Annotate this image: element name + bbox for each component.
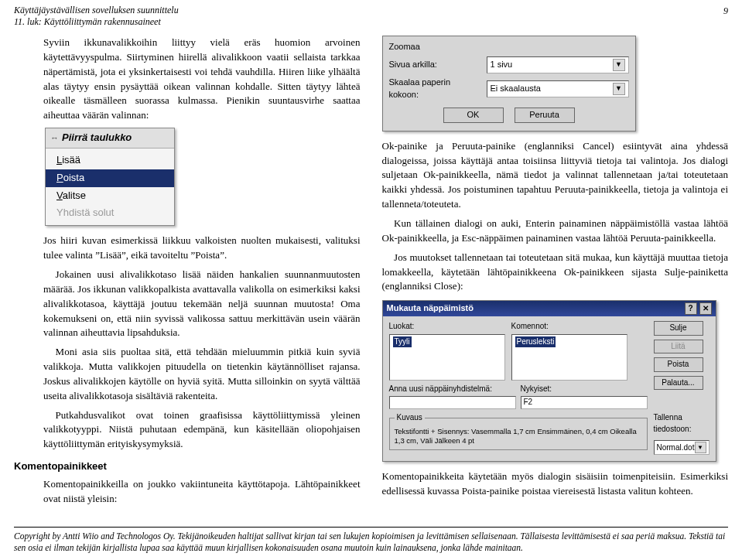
current-label: Nykyiset: [521,384,648,395]
zoom-pages-select[interactable]: 1 sivu ▼ [487,56,629,73]
col2-p2: Kun tällainen dialogi on auki, Enterin p… [382,217,729,246]
current-input[interactable]: F2 [521,396,648,409]
menu-title-row: ↔ Piirrä taulukko [46,128,174,149]
kuvaus-text: Tekstifontti + Sisennys: Vasemmalla 1,7 … [395,427,642,446]
ok-button[interactable]: OK [443,108,504,123]
page-footer: Copyright by Antti Wiio and Technologos … [14,527,728,554]
zoom-row1-label: Sivua arkilla: [389,59,482,71]
save-label: Tallenna tiedostoon: [654,412,710,435]
assign-label: Anna uusi näppäinyhdistelmä: [389,384,516,395]
col1-p1: Syviin ikkunavalikkoihin liittyy vielä e… [43,36,361,123]
left-column: Syviin ikkunavalikkoihin liittyy vielä e… [14,36,361,511]
kuvaus-legend: Kuvaus [395,412,425,424]
col1-p2: Jos hiiri kuvan esimerkissä liikkuu valk… [43,234,361,263]
peruuta-button[interactable]: Peruuta [515,108,575,123]
menu-item-poista[interactable]: Poista [46,169,174,187]
komennot-label: Komennot: [511,321,627,333]
heading-komentopainikkeet: Komentopainikkeet [14,459,361,474]
menu-item-valitse[interactable]: Valitse [46,187,174,205]
assign-input[interactable] [389,396,516,409]
col1-p3: Jokainen uusi alivalikkotaso lisää näide… [43,268,361,340]
header-title-2: 11. luk: Käyttöliittymän rakennusaineet [14,16,179,28]
menu-item-lisaa[interactable]: Lisää [46,152,174,169]
keyboard-dialog-figure: Mukauta näppäimistö ? ✕ Luokat: Tyyli [382,300,716,462]
chevron-down-icon: ▼ [613,83,625,95]
kbd-dialog-title: Mukauta näppäimistö [387,302,474,315]
right-column: Zoomaa Sivua arkilla: 1 sivu ▼ Skaalaa p… [382,36,729,511]
luokat-list[interactable]: Tyyli [389,334,505,381]
zoom-scale-select[interactable]: Ei skaalausta ▼ [487,80,629,97]
chevron-down-icon: ▼ [613,59,625,71]
zoom-dialog-figure: Zoomaa Sivua arkilla: 1 sivu ▼ Skaalaa p… [382,36,636,131]
col1-p5: Putkahdusvalikot ovat toinen graafisissa… [43,408,361,452]
chevron-down-icon: ▼ [695,442,706,453]
zoom-dialog-title: Zoomaa [389,41,629,53]
col2-p1: Ok-painike ja Peruuta-painike (englannik… [382,139,729,212]
col2-p3: Jos muutokset tallennetaan tai toteuteta… [382,251,729,295]
menu-cursor-icon: ↔ [50,132,59,145]
luokat-label: Luokat: [389,321,505,333]
col2-p4: Komentopainikkeita käytetään myös dialog… [382,470,729,499]
liita-button: Liitä [654,340,703,354]
page-number: 9 [723,5,728,28]
col1-p4: Moni asia siis puoltaa sitä, että tehdää… [43,345,361,403]
zoom-row2-label: Skaalaa paperin kokoon: [389,77,482,101]
palauta-button[interactable]: Palauta... [654,376,703,391]
col1-p6: Komentopainikkeilla on joukko vakiintune… [43,477,361,507]
menu-title-text: Piirrä taulukko [62,131,132,145]
page-header: Käyttäjäystävällisen sovelluksen suunnit… [14,5,728,28]
poista-button[interactable]: Poista [654,357,703,372]
help-icon[interactable]: ? [685,302,697,315]
close-icon[interactable]: ✕ [699,302,712,315]
menu-item-yhdista: Yhdistä solut [46,204,174,222]
komennot-list[interactable]: Perusleksti [511,334,627,381]
sulje-button[interactable]: Sulje [654,321,703,336]
kuvaus-group: Kuvaus Tekstifontti + Sisennys: Vasemmal… [389,412,648,450]
header-title-1: Käyttäjäystävällisen sovelluksen suunnit… [14,5,179,16]
context-menu-figure: ↔ Piirrä taulukko Lisää Poista Valitse Y… [45,128,175,226]
save-select[interactable]: Normal.dot ▼ [654,440,710,455]
